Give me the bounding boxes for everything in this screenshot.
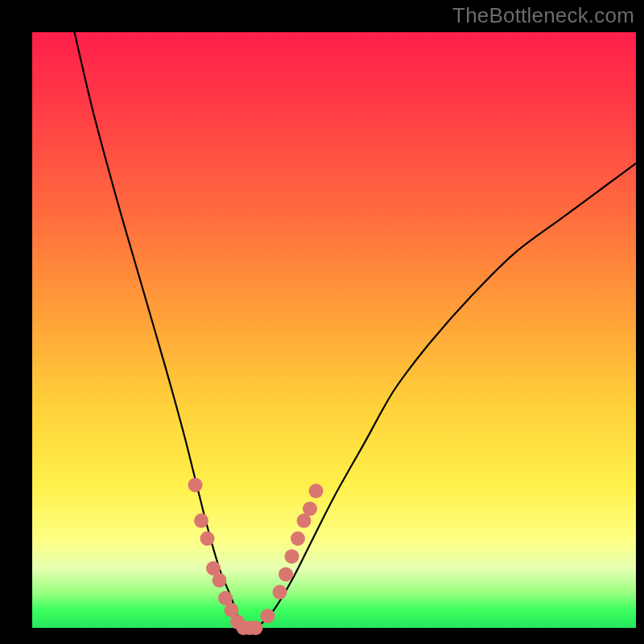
watermark-label: TheBottleneck.com bbox=[452, 3, 634, 28]
plot-area bbox=[32, 32, 636, 628]
chart-stage: TheBottleneck.com bbox=[0, 0, 644, 644]
